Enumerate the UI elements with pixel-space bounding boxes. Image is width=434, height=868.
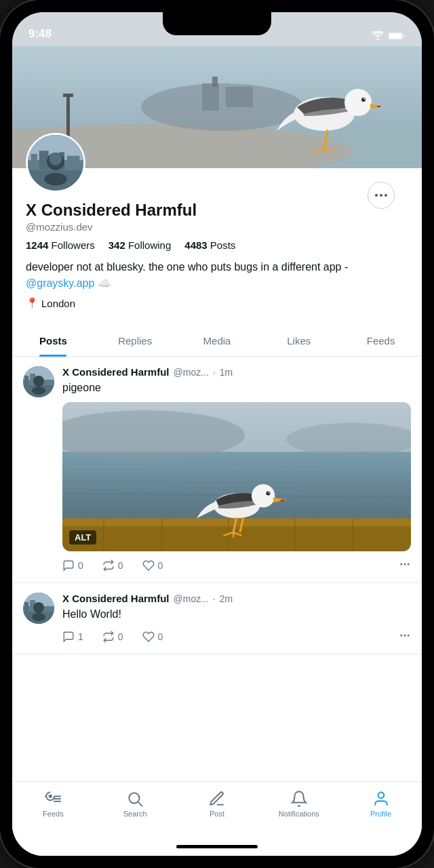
profile-location: 📍 London xyxy=(26,297,408,309)
profile-bio: developer not at bluesky. the one who pu… xyxy=(26,259,408,292)
followers-stat: 1244 Followers xyxy=(26,239,95,251)
svg-rect-28 xyxy=(67,156,80,170)
repost-icon xyxy=(102,631,115,643)
svg-point-75 xyxy=(408,634,410,636)
svg-rect-35 xyxy=(24,376,28,385)
search-icon xyxy=(126,790,144,808)
svg-rect-1 xyxy=(389,33,401,39)
tab-media[interactable]: Media xyxy=(176,326,258,356)
alt-badge[interactable]: ALT xyxy=(69,530,96,545)
svg-point-30 xyxy=(44,173,67,186)
nav-notifications-label: Notifications xyxy=(279,810,319,818)
content-scroll[interactable]: X Considered Harmful @mozzius.dev 1244 F… xyxy=(12,46,422,781)
reply-button[interactable]: 0 xyxy=(62,559,83,572)
phone-frame: 9:48 xyxy=(0,0,434,868)
post-avatar xyxy=(23,593,54,624)
ellipsis-icon xyxy=(399,629,411,642)
nav-search-label: Search xyxy=(123,810,147,818)
svg-point-13 xyxy=(344,89,372,116)
post-author-name: X Considered Harmful xyxy=(62,593,170,604)
more-options-button[interactable] xyxy=(368,182,395,209)
svg-line-81 xyxy=(138,802,142,806)
bottom-nav: Feeds Search Post xyxy=(12,781,422,837)
like-button[interactable]: 0 xyxy=(142,631,163,643)
reply-button[interactable]: 1 xyxy=(62,631,83,643)
display-name: X Considered Harmful xyxy=(26,201,408,220)
svg-point-15 xyxy=(361,98,366,102)
repost-button[interactable]: 0 xyxy=(102,631,123,643)
svg-point-31 xyxy=(50,153,62,165)
svg-rect-14 xyxy=(377,106,380,107)
post-time: 1m xyxy=(220,367,233,378)
post-actions: 1 0 xyxy=(62,629,411,644)
nav-profile[interactable]: Profile xyxy=(340,787,422,818)
heart-icon xyxy=(142,631,155,643)
avatar-container xyxy=(26,133,85,193)
post-more-button[interactable] xyxy=(399,629,411,644)
notch xyxy=(163,12,271,35)
tab-posts[interactable]: Posts xyxy=(12,326,94,356)
wifi-icon xyxy=(372,31,384,41)
reply-icon xyxy=(62,631,75,643)
svg-rect-55 xyxy=(281,500,284,502)
tab-likes[interactable]: Likes xyxy=(258,326,340,356)
nav-feeds[interactable]: Feeds xyxy=(12,787,94,818)
nav-post[interactable]: Post xyxy=(176,787,258,818)
like-button[interactable]: 0 xyxy=(142,559,163,572)
heart-icon xyxy=(142,559,155,572)
tab-feeds[interactable]: Feeds xyxy=(340,326,422,356)
svg-point-80 xyxy=(130,793,140,803)
following-stat: 342 Following xyxy=(108,239,172,251)
svg-point-54 xyxy=(252,484,275,507)
post-text: Hello World! xyxy=(62,607,411,622)
post-item: X Considered Harmful @moz... · 1m pigeon… xyxy=(12,357,422,583)
avatar xyxy=(26,133,85,193)
svg-point-38 xyxy=(32,387,45,395)
post-time: 2m xyxy=(220,593,233,604)
post-content: X Considered Harmful @moz... · 1m pigeon… xyxy=(62,366,411,573)
status-time: 9:48 xyxy=(28,27,52,41)
repost-button[interactable]: 0 xyxy=(102,559,123,572)
svg-point-82 xyxy=(378,792,384,798)
tab-replies[interactable]: Replies xyxy=(94,326,176,356)
posts-stat: 4483 Posts xyxy=(184,239,235,251)
status-icons xyxy=(372,31,406,41)
nav-search[interactable]: Search xyxy=(94,787,176,818)
svg-point-73 xyxy=(400,634,402,636)
svg-rect-24 xyxy=(31,154,37,170)
svg-rect-2 xyxy=(403,35,405,37)
repost-icon xyxy=(102,559,115,572)
nav-notifications[interactable]: Notifications xyxy=(258,787,340,818)
home-bar xyxy=(176,845,258,848)
svg-point-65 xyxy=(408,564,410,566)
person-icon xyxy=(372,790,390,808)
svg-point-72 xyxy=(32,613,45,621)
nav-feeds-label: Feeds xyxy=(43,810,64,818)
svg-point-16 xyxy=(363,98,365,100)
nav-post-label: Post xyxy=(210,810,224,818)
svg-point-37 xyxy=(33,376,44,387)
svg-rect-7 xyxy=(202,83,219,111)
svg-point-6 xyxy=(141,83,304,131)
post-author-handle: @moz... xyxy=(174,593,209,604)
svg-point-71 xyxy=(33,602,44,613)
bio-link[interactable]: @graysky.app xyxy=(26,277,94,289)
post-author-handle: @moz... xyxy=(174,367,209,378)
post-image[interactable]: ALT xyxy=(62,402,411,551)
post-actions: 0 0 xyxy=(62,558,411,573)
phone-screen: 9:48 xyxy=(12,12,422,856)
post-content: X Considered Harmful @moz... · 2m Hello … xyxy=(62,593,411,644)
post-more-button[interactable] xyxy=(399,558,411,573)
feeds-icon xyxy=(44,790,62,808)
reply-icon xyxy=(62,559,75,572)
post-avatar xyxy=(23,366,54,397)
nav-profile-label: Profile xyxy=(370,810,391,818)
post-header: X Considered Harmful @moz... · 2m xyxy=(62,593,411,604)
svg-rect-11 xyxy=(63,94,73,97)
svg-rect-8 xyxy=(212,77,218,87)
post-header: X Considered Harmful @moz... · 1m xyxy=(62,366,411,378)
svg-rect-46 xyxy=(62,523,411,552)
svg-point-63 xyxy=(400,564,402,566)
svg-point-56 xyxy=(266,492,270,496)
post-author-name: X Considered Harmful xyxy=(62,366,170,378)
